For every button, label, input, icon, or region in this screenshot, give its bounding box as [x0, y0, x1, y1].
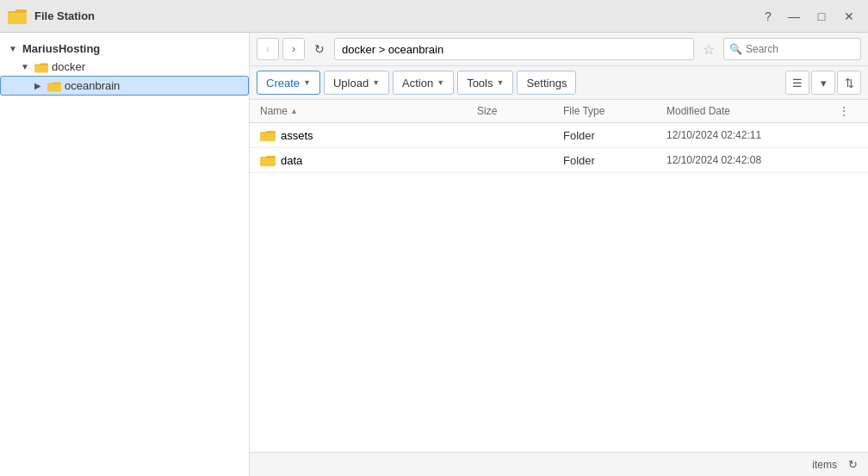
col-header-name[interactable]: Name ▲ [257, 103, 474, 119]
col-size-label: Size [477, 105, 497, 117]
status-refresh-button[interactable]: ↻ [844, 456, 861, 473]
upload-button[interactable]: Upload ▼ [324, 71, 389, 95]
folder-icon-docker [34, 61, 48, 73]
search-input[interactable] [746, 43, 855, 55]
toolbar: Create ▼ Upload ▼ Action ▼ Tools ▼ Setti… [250, 66, 868, 100]
col-filetype-label: File Type [563, 105, 604, 117]
col-modified-label: Modified Date [666, 105, 730, 117]
search-icon: 🔍 [729, 43, 742, 55]
settings-button[interactable]: Settings [517, 71, 576, 95]
col-header-more: ⋮ [835, 103, 861, 119]
action-dropdown-arrow: ▼ [437, 78, 444, 87]
sort-options-button[interactable]: ⇅ [837, 71, 861, 95]
favorite-button[interactable]: ☆ [698, 38, 720, 60]
file-name-label: assets [281, 129, 313, 142]
tree-arrow-docker: ▼ [19, 61, 31, 73]
tools-label: Tools [467, 77, 493, 90]
table-row[interactable]: assets Folder 12/10/2024 02:42:11 [250, 123, 868, 148]
sort-arrow-name: ▲ [290, 107, 298, 115]
file-type-data: Folder [560, 152, 663, 169]
file-type-assets: Folder [560, 127, 663, 144]
tree-arrow-mariushosting: ▼ [7, 43, 19, 55]
tree-arrow-oceanbrain: ▶ [32, 80, 44, 92]
col-header-size[interactable]: Size [474, 103, 560, 119]
sidebar-label-docker: docker [52, 60, 85, 73]
col-name-label: Name [260, 105, 288, 117]
col-more-icon: ⋮ [839, 105, 849, 117]
help-button[interactable]: ? [758, 6, 778, 27]
back-button[interactable]: ‹ [257, 38, 279, 60]
status-bar: items ↻ [250, 452, 868, 476]
svg-rect-2 [47, 83, 61, 91]
close-button[interactable]: ✕ [837, 6, 861, 27]
file-size-data [474, 158, 560, 162]
folder-icon-oceanbrain [47, 80, 61, 92]
create-label: Create [266, 77, 300, 90]
settings-label: Settings [526, 77, 567, 90]
minimize-button[interactable]: — [782, 6, 806, 27]
col-header-filetype[interactable]: File Type [560, 103, 663, 119]
action-label: Action [402, 77, 433, 90]
action-button[interactable]: Action ▼ [393, 71, 454, 95]
svg-rect-3 [260, 132, 276, 141]
title-bar-left: File Station [7, 6, 95, 27]
main-layout: ▼ MariusHosting ▼ docker ▶ oceanbrain ‹ [0, 33, 868, 476]
forward-button[interactable]: › [282, 38, 305, 60]
toolbar-right: ☰ ▾ ⇅ [785, 71, 861, 95]
items-label: items [812, 459, 837, 471]
upload-label: Upload [333, 77, 369, 90]
file-size-assets [474, 133, 560, 137]
tools-dropdown-arrow: ▼ [497, 78, 505, 87]
create-dropdown-arrow: ▼ [303, 78, 311, 87]
address-input[interactable] [334, 38, 694, 60]
svg-rect-4 [260, 157, 276, 166]
app-title: File Station [34, 9, 95, 22]
file-more-data [835, 158, 861, 162]
file-date-data: 12/10/2024 02:42:08 [663, 152, 835, 168]
maximize-button[interactable]: □ [809, 6, 834, 27]
tools-button[interactable]: Tools ▼ [457, 71, 513, 95]
refresh-address-button[interactable]: ↻ [308, 38, 331, 60]
create-button[interactable]: Create ▼ [257, 71, 320, 95]
search-box: 🔍 [723, 38, 861, 60]
svg-rect-1 [34, 64, 48, 72]
title-bar: File Station ? — □ ✕ [0, 0, 868, 33]
file-more-assets [835, 133, 861, 137]
sidebar-item-mariushosting[interactable]: ▼ MariusHosting [0, 40, 249, 58]
folder-icon-assets [260, 128, 276, 142]
folder-icon-data [260, 153, 276, 167]
sidebar: ▼ MariusHosting ▼ docker ▶ oceanbrain [0, 33, 250, 476]
view-options-button[interactable]: ▾ [811, 71, 835, 95]
svg-rect-0 [8, 11, 27, 24]
title-bar-controls: ? — □ ✕ [758, 6, 861, 27]
upload-dropdown-arrow: ▼ [372, 78, 380, 87]
file-name-assets: assets [257, 127, 474, 144]
sidebar-item-docker[interactable]: ▼ docker [0, 58, 249, 76]
file-date-assets: 12/10/2024 02:42:11 [663, 127, 835, 143]
content-area: ‹ › ↻ ☆ 🔍 Create ▼ Upload ▼ Action ▼ [250, 33, 868, 476]
list-view-button[interactable]: ☰ [785, 71, 809, 95]
file-list: Name ▲ Size File Type Modified Date ⋮ [250, 100, 868, 452]
file-name-label: data [281, 154, 302, 167]
file-name-data: data [257, 151, 474, 169]
address-bar: ‹ › ↻ ☆ 🔍 [250, 33, 868, 66]
sidebar-label-oceanbrain: oceanbrain [65, 79, 120, 92]
sidebar-item-oceanbrain[interactable]: ▶ oceanbrain [0, 76, 249, 96]
col-header-modified[interactable]: Modified Date [663, 103, 835, 119]
sidebar-label-mariushosting: MariusHosting [22, 42, 100, 55]
table-row[interactable]: data Folder 12/10/2024 02:42:08 [250, 148, 868, 173]
app-icon [7, 6, 28, 27]
file-list-header: Name ▲ Size File Type Modified Date ⋮ [250, 100, 868, 123]
